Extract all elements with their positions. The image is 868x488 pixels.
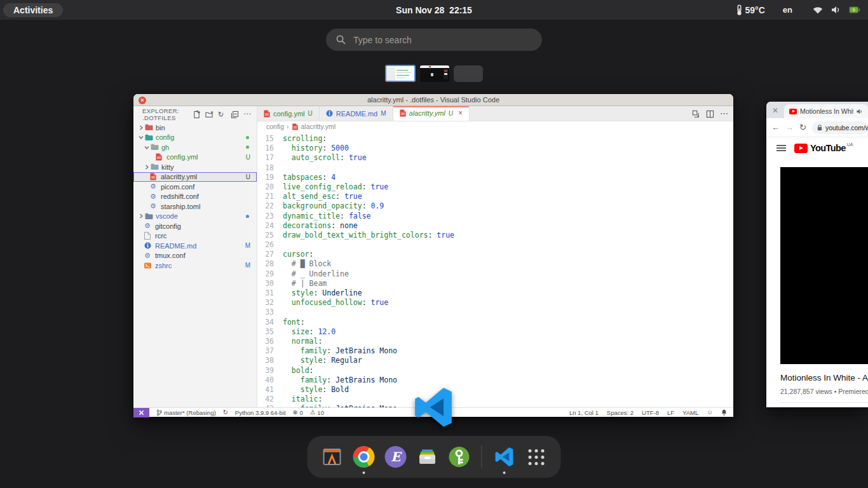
reload-button[interactable]: ↻ <box>799 123 806 132</box>
status-utf-8[interactable]: UTF-8 <box>642 409 659 416</box>
code-line[interactable]: 28 # █ Block <box>257 259 733 269</box>
dock-emacs-icon[interactable]: E <box>384 445 407 468</box>
tree-item-gh[interactable]: gh <box>133 142 257 152</box>
tab-alacritty-yml[interactable]: alacritty.ymlU× <box>393 106 470 121</box>
line-number[interactable]: 22 <box>257 201 283 211</box>
line-number[interactable]: 42 <box>257 395 283 404</box>
line-number[interactable]: 27 <box>257 250 283 259</box>
search-bar[interactable] <box>326 29 542 51</box>
wifi-icon[interactable] <box>813 6 823 14</box>
breadcrumb-folder[interactable]: config <box>266 123 284 130</box>
line-number[interactable]: 39 <box>257 366 283 376</box>
line-number[interactable]: 25 <box>257 231 283 240</box>
breadcrumb-file[interactable]: alacritty.yml <box>301 123 336 130</box>
dock-chrome-icon[interactable] <box>353 445 376 468</box>
workspace-thumbnail-1[interactable] <box>385 65 416 82</box>
code-line[interactable]: 19tabspaces: 4 <box>257 173 733 182</box>
code-line[interactable]: 18 <box>257 163 733 173</box>
dock-alacritty-icon[interactable] <box>321 445 344 468</box>
tree-item-redshift-conf[interactable]: ⚙redshift.conf <box>133 192 257 202</box>
status-master-rebasing-[interactable]: master* (Rebasing) <box>156 409 216 416</box>
code-line[interactable]: 15scrolling: <box>257 134 733 144</box>
vscode-titlebar[interactable]: ✕ alacritty.yml - .dotfiles - Visual Stu… <box>133 94 733 106</box>
temperature-indicator[interactable]: 59°C <box>745 5 765 15</box>
line-number[interactable]: 19 <box>257 173 283 182</box>
new-folder-icon[interactable] <box>205 111 214 119</box>
code-line[interactable]: 31 style: Underline <box>257 288 733 298</box>
code-line[interactable]: 29 # _ Underline <box>257 269 733 279</box>
line-number[interactable]: 38 <box>257 356 283 365</box>
code-line[interactable]: 40 family: JetBrains Mono <box>257 376 733 385</box>
status-lf[interactable]: LF <box>667 409 674 416</box>
code-line[interactable]: 35 size: 12.0 <box>257 327 733 337</box>
tree-item-picom-conf[interactable]: ⚙picom.conf <box>133 182 257 192</box>
window-close-button[interactable]: ✕ <box>139 97 146 104</box>
volume-icon[interactable] <box>831 6 841 14</box>
code-line[interactable]: 41 style: Bold <box>257 385 733 395</box>
line-number[interactable]: 16 <box>257 144 283 153</box>
line-number[interactable]: 36 <box>257 337 283 346</box>
dock-app-grid-icon[interactable] <box>525 445 548 468</box>
dock-files-icon[interactable] <box>416 445 439 468</box>
code-line[interactable]: 36 normal: <box>257 337 733 346</box>
tab-audio-icon[interactable] <box>857 109 863 114</box>
back-button[interactable]: ← <box>771 123 780 132</box>
code-line[interactable]: 17 auto_scroll: true <box>257 153 733 163</box>
tree-item-readme-md[interactable]: README.mdM <box>133 241 257 251</box>
status-ln-1-col-1[interactable]: Ln 1, Col 1 <box>569 409 599 416</box>
tree-item-config[interactable]: config <box>133 133 257 143</box>
line-number[interactable]: 34 <box>257 318 283 327</box>
split-editor-icon[interactable] <box>706 110 714 118</box>
tree-item-zshrc[interactable]: zshrcM <box>133 261 257 271</box>
youtube-logo[interactable]: YouTube UA <box>794 144 853 153</box>
code-line[interactable]: 34font: <box>257 318 733 327</box>
tab-readme-md[interactable]: README.mdM <box>320 106 393 121</box>
tree-item-gitconfig[interactable]: ⚙gitconfig <box>133 221 257 231</box>
tab-config-yml[interactable]: config.ymlU <box>257 106 320 121</box>
line-number[interactable]: 33 <box>257 308 283 317</box>
status-python-3-9-9-64-bit[interactable]: Python 3.9.9 64-bit <box>235 409 286 416</box>
background-tab-close-icon[interactable]: ✕ <box>772 106 778 115</box>
code-line[interactable]: 21alt_send_esc: true <box>257 192 733 201</box>
line-number[interactable]: 26 <box>257 240 283 250</box>
status-yaml[interactable]: YAML <box>682 409 698 416</box>
tree-item-config-yml[interactable]: config.ymlU <box>133 152 257 163</box>
status-10[interactable]: ⚠10 <box>310 409 324 416</box>
status-smiley-icon[interactable]: ☺ <box>707 409 713 416</box>
refresh-icon[interactable]: ↻ <box>218 111 226 119</box>
chrome-tab[interactable]: Motionless In White - A <box>784 104 868 118</box>
status-bell-icon[interactable] <box>721 409 727 416</box>
code-line[interactable]: 42 italic: <box>257 395 733 404</box>
tree-item-alacritty-yml[interactable]: alacritty.ymlU <box>133 172 257 182</box>
line-number[interactable]: 20 <box>257 182 283 192</box>
search-input[interactable] <box>353 35 532 45</box>
line-number[interactable]: 21 <box>257 192 283 201</box>
line-number[interactable]: 41 <box>257 385 283 395</box>
tree-item-rcrc[interactable]: rcrc <box>133 231 257 241</box>
line-number[interactable]: 24 <box>257 221 283 231</box>
status-0[interactable]: ⊗0 <box>293 409 303 416</box>
more-actions-icon[interactable]: ⋯ <box>243 111 252 119</box>
code-line[interactable]: 26 <box>257 240 733 250</box>
forward-button[interactable]: → <box>785 123 794 132</box>
breadcrumb[interactable]: config › alacritty.yml <box>257 121 733 132</box>
tab-close-icon[interactable]: × <box>458 109 463 118</box>
line-number[interactable]: 37 <box>257 346 283 356</box>
line-number[interactable]: 29 <box>257 269 283 279</box>
code-line[interactable]: 25draw_bold_text_with_bright_colors: tru… <box>257 231 733 240</box>
video-player[interactable] <box>780 167 868 364</box>
address-bar[interactable]: youtube.com/wa <box>812 121 868 134</box>
code-line[interactable]: 20live_config_reload: true <box>257 182 733 192</box>
line-number[interactable]: 18 <box>257 163 283 173</box>
code-line[interactable]: 32 unfocused_hollow: true <box>257 298 733 308</box>
code-line[interactable]: 33 <box>257 308 733 317</box>
code-line[interactable]: 22background_opacity: 0.9 <box>257 201 733 211</box>
new-file-icon[interactable] <box>193 111 201 119</box>
dock-vscode-icon[interactable] <box>493 445 516 468</box>
line-number[interactable]: 31 <box>257 288 283 298</box>
line-number[interactable]: 30 <box>257 279 283 288</box>
line-number[interactable]: 35 <box>257 327 283 337</box>
tree-item-bin[interactable]: bin <box>133 123 257 133</box>
tree-item-kitty[interactable]: kitty <box>133 162 257 172</box>
remote-indicator[interactable] <box>133 408 149 417</box>
